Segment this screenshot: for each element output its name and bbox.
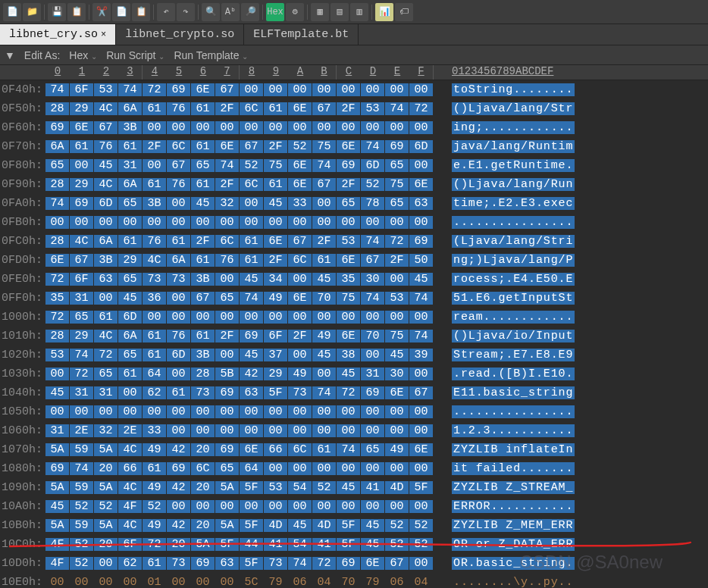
hex-byte[interactable]: 62 bbox=[118, 557, 143, 570]
hex-byte[interactable]: 2F bbox=[288, 330, 312, 342]
hex-byte[interactable]: 00 bbox=[361, 349, 385, 361]
hex-byte[interactable]: 78 bbox=[361, 197, 385, 210]
hex-byte[interactable]: 00 bbox=[361, 424, 385, 437]
hex-byte[interactable]: 6C bbox=[215, 235, 240, 248]
hex-row[interactable]: 0F40h:746F537472696E670000000000000000to… bbox=[0, 80, 708, 99]
hex-byte[interactable]: 69 bbox=[337, 159, 361, 172]
hex-row[interactable]: 0F50h:28294C6A6176612F6C616E672F537472()… bbox=[0, 99, 708, 118]
hex-byte[interactable]: 20 bbox=[191, 519, 215, 532]
hex-byte[interactable]: 6A bbox=[118, 330, 143, 342]
hex-byte[interactable]: 6C bbox=[240, 102, 264, 115]
hex-byte[interactable]: 79 bbox=[361, 576, 385, 588]
hex-byte[interactable]: 5A bbox=[191, 538, 215, 551]
hex-byte[interactable]: 41 bbox=[264, 538, 288, 551]
hex-byte[interactable]: 00 bbox=[288, 216, 312, 229]
hex-byte[interactable]: 61 bbox=[240, 235, 264, 248]
hex-byte[interactable]: 59 bbox=[70, 443, 94, 456]
ascii-text[interactable]: 51.E6.getInputSt bbox=[452, 292, 575, 305]
hex-byte[interactable]: 20 bbox=[94, 538, 118, 551]
hex-byte[interactable]: 49 bbox=[288, 368, 312, 380]
hex-byte[interactable]: 74 bbox=[361, 235, 385, 248]
tool-icon[interactable]: 📄 bbox=[3, 3, 21, 21]
hex-byte[interactable]: 00 bbox=[409, 368, 434, 380]
hex-byte[interactable]: 2F bbox=[337, 102, 361, 115]
hex-byte[interactable]: 69 bbox=[215, 386, 240, 399]
hex-byte[interactable]: 00 bbox=[264, 462, 288, 475]
hex-byte[interactable]: 00 bbox=[409, 424, 434, 437]
tool-icon[interactable]: Aᵇ bbox=[221, 3, 240, 21]
hex-byte[interactable]: 35 bbox=[337, 273, 361, 286]
hex-byte[interactable]: 00 bbox=[143, 159, 167, 172]
hex-byte[interactable]: 74 bbox=[385, 102, 409, 115]
hex-byte[interactable]: 00 bbox=[167, 576, 191, 588]
hex-byte[interactable]: 72 bbox=[312, 557, 337, 570]
hex-byte[interactable]: 75 bbox=[385, 330, 409, 342]
hex-byte[interactable]: 33 bbox=[143, 424, 167, 437]
hex-byte[interactable]: 6A bbox=[118, 102, 143, 115]
hex-byte[interactable]: 00 bbox=[288, 311, 312, 324]
hex-byte[interactable]: 00 bbox=[143, 311, 167, 324]
tool-icon[interactable]: 💾 bbox=[48, 3, 66, 21]
hex-byte[interactable]: 00 bbox=[409, 500, 434, 513]
hex-row[interactable]: 1020h:53747265616D3B004537004538004539St… bbox=[0, 346, 708, 364]
hex-byte[interactable]: 30 bbox=[361, 273, 385, 286]
hex-byte[interactable]: 67 bbox=[215, 83, 240, 96]
hex-byte[interactable]: 00 bbox=[167, 311, 191, 324]
hex-byte[interactable]: 00 bbox=[70, 216, 94, 229]
hex-byte[interactable]: 69 bbox=[337, 557, 361, 570]
hex-byte[interactable]: 20 bbox=[191, 443, 215, 456]
hex-byte[interactable]: 52 bbox=[385, 538, 409, 551]
hex-byte[interactable]: 45 bbox=[385, 349, 409, 361]
hex-byte[interactable]: 61 bbox=[167, 235, 191, 248]
tool-icon[interactable]: 📊 bbox=[375, 3, 393, 21]
hex-byte[interactable]: 00 bbox=[240, 216, 264, 229]
hex-byte[interactable]: 29 bbox=[70, 102, 94, 115]
hex-row[interactable]: 10A0h:4552524F520000000000000000000000ER… bbox=[0, 497, 708, 516]
hex-byte[interactable]: 06 bbox=[385, 576, 409, 588]
hex-byte[interactable]: 00 bbox=[409, 311, 434, 324]
hex-byte[interactable]: 5A bbox=[94, 519, 118, 532]
hex-byte[interactable]: 00 bbox=[215, 273, 240, 286]
hex-byte[interactable]: 63 bbox=[240, 386, 264, 399]
hex-byte[interactable]: 6F bbox=[118, 538, 143, 551]
hex-byte[interactable]: 28 bbox=[45, 235, 70, 248]
hex-row[interactable]: 0FB0h:00000000000000000000000000000000..… bbox=[0, 213, 708, 232]
hex-byte[interactable]: 62 bbox=[143, 386, 167, 399]
hex-byte[interactable]: 00 bbox=[240, 405, 264, 418]
hex-byte[interactable]: 45 bbox=[264, 197, 288, 210]
hex-byte[interactable]: 31 bbox=[94, 386, 118, 399]
tool-icon[interactable]: 🔎 bbox=[241, 3, 259, 21]
hex-byte[interactable]: 61 bbox=[143, 330, 167, 342]
hex-byte[interactable]: 74 bbox=[409, 330, 434, 342]
hex-byte[interactable]: 52 bbox=[143, 500, 167, 513]
hex-byte[interactable]: 72 bbox=[143, 538, 167, 551]
hex-byte[interactable]: 74 bbox=[70, 462, 94, 475]
hex-byte[interactable]: 45 bbox=[361, 519, 385, 532]
hex-byte[interactable]: 6E bbox=[288, 292, 312, 305]
hex-byte[interactable]: 5F bbox=[409, 481, 434, 494]
hex-byte[interactable]: 69 bbox=[45, 121, 70, 134]
edit-mode-dropdown[interactable]: Hex ⌄ bbox=[69, 49, 97, 61]
hex-byte[interactable]: 00 bbox=[337, 216, 361, 229]
hex-byte[interactable]: 66 bbox=[264, 443, 288, 456]
hex-byte[interactable]: 6C bbox=[191, 462, 215, 475]
hex-byte[interactable]: 36 bbox=[143, 292, 167, 305]
hex-byte[interactable]: 6C bbox=[240, 178, 264, 191]
hex-byte[interactable]: 00 bbox=[312, 500, 337, 513]
hex-byte[interactable]: 45 bbox=[240, 273, 264, 286]
hex-byte[interactable]: 74 bbox=[361, 140, 385, 153]
hex-byte[interactable]: 00 bbox=[215, 121, 240, 134]
ascii-text[interactable]: ................ bbox=[452, 405, 575, 418]
hex-byte[interactable]: 00 bbox=[361, 216, 385, 229]
ascii-text[interactable]: .read.([B)I.E10. bbox=[452, 368, 575, 380]
hex-byte[interactable]: 37 bbox=[264, 349, 288, 361]
hex-byte[interactable]: 00 bbox=[409, 159, 434, 172]
hex-byte[interactable]: 00 bbox=[264, 500, 288, 513]
hex-byte[interactable]: 61 bbox=[118, 235, 143, 248]
hex-byte[interactable]: 6E bbox=[409, 443, 434, 456]
hex-byte[interactable]: 00 bbox=[288, 462, 312, 475]
hex-byte[interactable]: 5A bbox=[45, 519, 70, 532]
hex-byte[interactable]: 20 bbox=[167, 538, 191, 551]
hex-byte[interactable]: 00 bbox=[361, 500, 385, 513]
hex-byte[interactable]: 69 bbox=[361, 386, 385, 399]
